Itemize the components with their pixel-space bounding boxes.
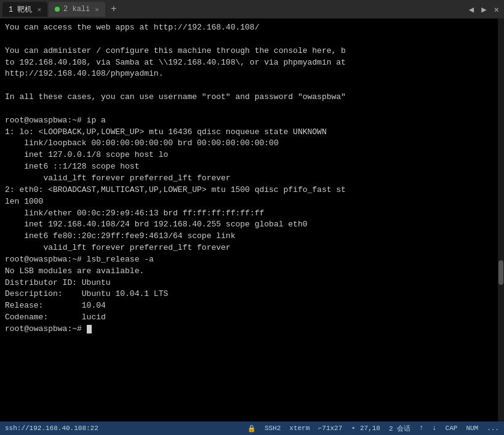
tab-2-label: 2 kali: [63, 5, 90, 14]
tab-1-close[interactable]: ✕: [37, 6, 41, 14]
status-size: ⌐71x27: [318, 425, 342, 432]
status-sessions: 2 会话: [389, 424, 410, 433]
tab-2-close[interactable]: ✕: [95, 6, 99, 14]
terminal-content[interactable]: You can access the web apps at http://19…: [0, 18, 504, 421]
tab-bar: 1 靶机 ✕ 2 kali ✕ + ◀ ▶ ✕: [0, 0, 504, 18]
status-dots: ...: [487, 425, 499, 432]
tab-1-靶机[interactable]: 1 靶机 ✕: [2, 2, 47, 17]
menu-button[interactable]: ✕: [492, 3, 502, 16]
status-terminal: xterm: [289, 425, 310, 432]
arrow-down-button[interactable]: ↓: [432, 424, 436, 433]
status-bar: ssh://192.168.40.108:22 🔒 SSH2 xterm ⌐71…: [0, 421, 504, 435]
status-connection: ssh://192.168.40.108:22: [5, 425, 240, 432]
tab-2-kali[interactable]: 2 kali ✕: [49, 2, 105, 17]
status-cursor: ⚬ 27,18: [351, 425, 380, 432]
tab-1-label: 1 靶机: [9, 4, 32, 15]
terminal-output: You can access the web apps at http://19…: [5, 22, 499, 335]
status-items: 🔒 SSH2 xterm ⌐71x27 ⚬ 27,18 2 会话 ↑ ↓ CAP…: [247, 424, 499, 433]
scrollbar[interactable]: [498, 18, 504, 421]
status-protocol: SSH2: [265, 425, 281, 432]
status-num: NUM: [466, 425, 478, 432]
tab-2-dot: [55, 7, 60, 12]
new-tab-button[interactable]: +: [106, 2, 121, 17]
terminal-window: 1 靶机 ✕ 2 kali ✕ + ◀ ▶ ✕ You can access t…: [0, 0, 504, 435]
tab-bar-right: ◀ ▶ ✕: [466, 3, 502, 16]
nav-left-button[interactable]: ◀: [466, 3, 476, 16]
status-cap: CAP: [446, 425, 458, 432]
scrollbar-thumb[interactable]: [498, 260, 503, 285]
nav-right-button[interactable]: ▶: [479, 3, 489, 16]
arrow-up-button[interactable]: ↑: [419, 424, 423, 433]
lock-icon: 🔒: [247, 425, 256, 433]
